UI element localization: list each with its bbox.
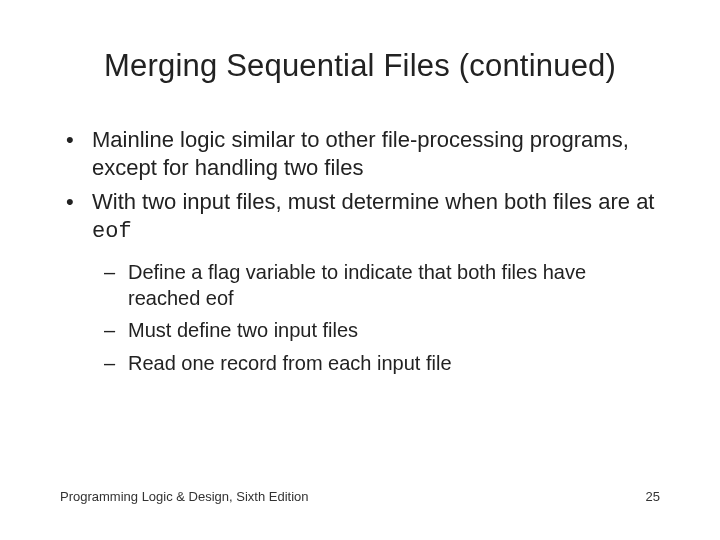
bullet-item: With two input files, must determine whe…: [60, 188, 660, 376]
bullet-text: Mainline logic similar to other file-pro…: [92, 127, 629, 180]
footer-source: Programming Logic & Design, Sixth Editio…: [60, 489, 309, 504]
slide: Merging Sequential Files (continued) Mai…: [0, 0, 720, 540]
bullet-list: Mainline logic similar to other file-pro…: [60, 126, 660, 376]
bullet-item: Mainline logic similar to other file-pro…: [60, 126, 660, 182]
footer: Programming Logic & Design, Sixth Editio…: [60, 489, 660, 504]
sub-bullet-item: Must define two input files: [100, 317, 660, 343]
bullet-text: With two input files, must determine whe…: [92, 189, 654, 214]
sub-bullet-list: Define a flag variable to indicate that …: [100, 259, 660, 377]
page-number: 25: [646, 489, 660, 504]
code-text: eof: [92, 219, 132, 244]
sub-bullet-item: Read one record from each input file: [100, 350, 660, 376]
sub-bullet-item: Define a flag variable to indicate that …: [100, 259, 660, 312]
slide-title: Merging Sequential Files (continued): [60, 48, 660, 84]
